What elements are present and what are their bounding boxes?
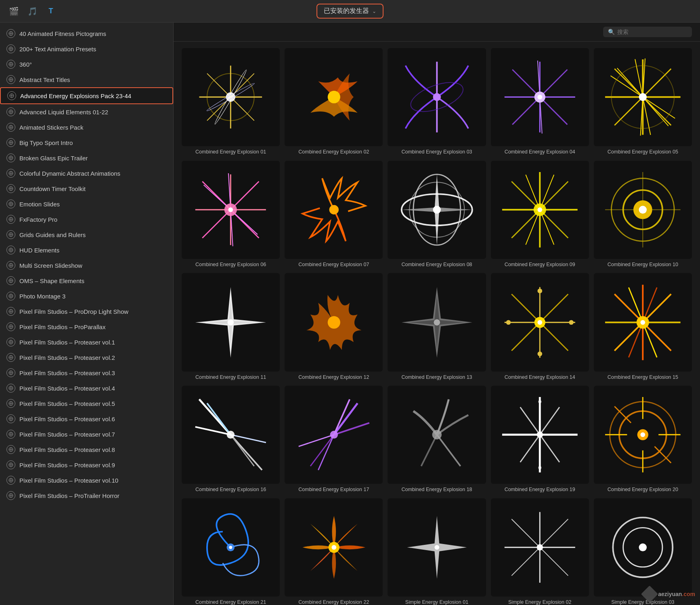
sidebar-item-5[interactable]: Advanced Liquid Elements 01-22 xyxy=(0,104,173,120)
grid-item-18[interactable]: Combined Energy Explosion 19 xyxy=(491,386,589,494)
grid-item-0[interactable]: Combined Energy Explosion 01 xyxy=(182,48,280,156)
grid-item-8[interactable]: Combined Energy Explosion 09 xyxy=(491,161,589,269)
sidebar-item-13[interactable]: Grids Guides and Rulers xyxy=(0,227,173,242)
svg-point-157 xyxy=(506,320,511,325)
svg-point-188 xyxy=(641,433,646,437)
grid-label-18: Combined Energy Explosion 19 xyxy=(505,486,575,494)
sidebar-item-label-13: Grids Guides and Rulers xyxy=(19,231,86,238)
grid-item-15[interactable]: Combined Energy Explosion 16 xyxy=(182,386,280,494)
grid-item-13[interactable]: Combined Energy Explosion 14 xyxy=(491,273,589,381)
sidebar-item-16[interactable]: OMS – Shape Elements xyxy=(0,273,173,288)
sidebar-item-27[interactable]: Pixel Film Studios – Proteaser vol.8 xyxy=(0,442,173,457)
grid-label-20: Combined Energy Explosion 21 xyxy=(195,599,266,605)
grid-item-11[interactable]: Combined Energy Explosion 12 xyxy=(285,273,383,381)
sidebar-item-22[interactable]: Pixel Film Studios – Proteaser vol.3 xyxy=(0,365,173,380)
sidebar-item-8[interactable]: Broken Glass Epic Trailer xyxy=(0,150,173,166)
grid-thumb-3 xyxy=(491,48,589,146)
search-input[interactable] xyxy=(617,29,687,35)
sidebar-item-icon-28 xyxy=(6,460,15,469)
grid-thumb-24 xyxy=(594,498,692,597)
sidebar-item-3[interactable]: Abstract Text Titles xyxy=(0,72,173,87)
grid-item-22[interactable]: Simple Energy Explosion 01 xyxy=(388,498,486,605)
sidebar-item-label-11: Emotion Slides xyxy=(19,201,60,208)
sidebar-item-14[interactable]: HUD Elements xyxy=(0,242,173,258)
grid-item-9[interactable]: Combined Energy Explosion 10 xyxy=(594,161,692,269)
grid-thumb-18 xyxy=(491,386,589,484)
grid-label-4: Combined Energy Explosion 05 xyxy=(608,149,678,156)
sidebar-item-29[interactable]: Pixel Film Studios – Proteaser vol.10 xyxy=(0,473,173,488)
sidebar-item-icon-27 xyxy=(6,445,15,454)
grid-item-14[interactable]: Combined Energy Explosion 15 xyxy=(594,273,692,381)
grid-label-15: Combined Energy Explosion 16 xyxy=(195,486,266,494)
sidebar-item-20[interactable]: Pixel Film Studios – Proteaser vol.1 xyxy=(0,334,173,350)
sidebar-item-15[interactable]: Multi Screen Slideshow xyxy=(0,258,173,273)
grid-thumb-17 xyxy=(388,386,486,484)
sidebar-item-23[interactable]: Pixel Film Studios – Proteaser vol.4 xyxy=(0,380,173,396)
sidebar-item-0[interactable]: 40 Animated Fitness Pictograms xyxy=(0,26,173,41)
film-icon[interactable]: 🎬 xyxy=(8,6,19,17)
sidebar-item-30[interactable]: Pixel Film Studios – ProTrailer Horror xyxy=(0,488,173,503)
grid-item-6[interactable]: Combined Energy Explosion 07 xyxy=(285,161,383,269)
sidebar-item-9[interactable]: Colorful Dynamic Abstract Animations xyxy=(0,166,173,181)
grid-item-12[interactable]: Combined Energy Explosion 13 xyxy=(388,273,486,381)
generator-dropdown[interactable]: 已安装的发生器 ⌄ xyxy=(316,4,384,19)
sidebar-item-2[interactable]: 360° xyxy=(0,57,173,72)
sidebar-item-17[interactable]: Photo Montage 3 xyxy=(0,288,173,304)
svg-point-101 xyxy=(327,91,340,103)
grid-label-6: Combined Energy Explosion 07 xyxy=(298,261,369,269)
grid-item-7[interactable]: Combined Energy Explosion 08 xyxy=(388,161,486,269)
sidebar-item-4[interactable]: Advanced Energy Explosions Pack 23-44 xyxy=(0,87,173,104)
grid-item-19[interactable]: Combined Energy Explosion 20 xyxy=(594,386,692,494)
sidebar-item-28[interactable]: Pixel Film Studios – Proteaser vol.9 xyxy=(0,457,173,473)
grid-item-17[interactable]: Combined Energy Explosion 18 xyxy=(388,386,486,494)
sidebar-item-12[interactable]: FxFactory Pro xyxy=(0,212,173,227)
sidebar-item-icon-2 xyxy=(6,60,15,69)
music-icon[interactable]: 🎵 xyxy=(27,6,38,17)
sidebar-item-18[interactable]: Pixel Film Studios – ProDrop Light Show xyxy=(0,304,173,319)
grid-item-23[interactable]: Simple Energy Explosion 02 xyxy=(491,498,589,605)
sidebar-item-icon-12 xyxy=(6,215,15,224)
sidebar-item-6[interactable]: Animated Stickers Pack xyxy=(0,120,173,135)
grid-item-16[interactable]: Combined Energy Explosion 17 xyxy=(285,386,383,494)
search-input-wrap[interactable]: 🔍 xyxy=(603,27,692,37)
grid-label-9: Combined Energy Explosion 10 xyxy=(608,261,678,269)
grid-item-1[interactable]: Combined Energy Explosion 02 xyxy=(285,48,383,156)
grid-thumb-16 xyxy=(285,386,383,484)
sidebar-item-11[interactable]: Emotion Slides xyxy=(0,196,173,212)
grid-thumb-19 xyxy=(594,386,692,484)
sidebar-item-25[interactable]: Pixel Film Studios – Proteaser vol.6 xyxy=(0,411,173,426)
grid-thumb-1 xyxy=(285,48,383,146)
watermark: aeziyuan.com xyxy=(643,588,695,600)
grid-item-3[interactable]: Combined Energy Explosion 04 xyxy=(491,48,589,156)
grid-item-4[interactable]: Combined Energy Explosion 05 xyxy=(594,48,692,156)
grid-item-21[interactable]: Combined Energy Explosion 22 xyxy=(285,498,383,605)
grid-area: 🔍 Combined Energy Explosion 01 Combined … xyxy=(174,23,700,605)
text-icon[interactable]: T xyxy=(45,6,57,17)
grid-item-5[interactable]: Combined Energy Explosion 06 xyxy=(182,161,280,269)
sidebar-item-26[interactable]: Pixel Film Studios – Proteaser vol.7 xyxy=(0,426,173,442)
sidebar-item-21[interactable]: Pixel Film Studios – Proteaser vol.2 xyxy=(0,350,173,365)
sidebar-item-10[interactable]: Countdown Timer Toolkit xyxy=(0,181,173,196)
grid-thumb-14 xyxy=(594,273,692,371)
sidebar-item-icon-9 xyxy=(6,169,15,178)
grid-thumb-5 xyxy=(182,161,280,259)
main-content: 40 Animated Fitness Pictograms200+ Text … xyxy=(0,23,700,605)
sidebar-item-19[interactable]: Pixel Film Studios – ProParallax xyxy=(0,319,173,334)
sidebar-item-label-25: Pixel Film Studios – Proteaser vol.6 xyxy=(19,416,115,422)
sidebar-item-7[interactable]: Big Typo Sport Intro xyxy=(0,135,173,150)
watermark-text: aeziyuan.com xyxy=(658,591,695,597)
sidebar-item-icon-17 xyxy=(6,292,15,300)
grid-label-19: Combined Energy Explosion 20 xyxy=(608,486,678,494)
svg-point-198 xyxy=(537,544,543,551)
grid-item-10[interactable]: Combined Energy Explosion 11 xyxy=(182,273,280,381)
sidebar-item-1[interactable]: 200+ Text Animation Presets xyxy=(0,41,173,57)
sidebar-item-label-1: 200+ Text Animation Presets xyxy=(19,46,96,53)
grid-item-2[interactable]: Combined Energy Explosion 03 xyxy=(388,48,486,156)
sidebar-item-label-29: Pixel Film Studios – Proteaser vol.10 xyxy=(19,477,118,484)
sidebar-item-icon-6 xyxy=(6,123,15,132)
grid-thumb-10 xyxy=(182,273,280,371)
grid-thumb-21 xyxy=(285,498,383,597)
dropdown-button[interactable]: 已安装的发生器 ⌄ xyxy=(316,4,384,19)
sidebar-item-24[interactable]: Pixel Film Studios – Proteaser vol.5 xyxy=(0,396,173,411)
grid-item-20[interactable]: Combined Energy Explosion 21 xyxy=(182,498,280,605)
